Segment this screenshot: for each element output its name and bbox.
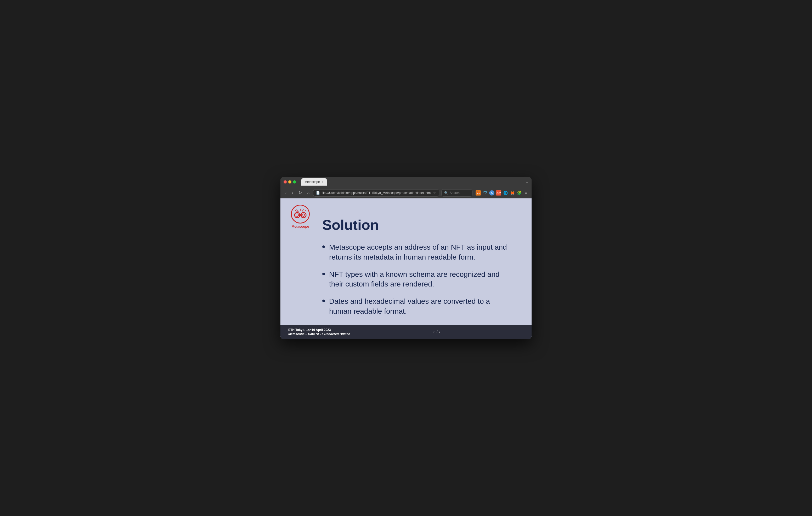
maximize-button[interactable]: [293, 180, 296, 183]
slide-content: Metascope Solution Metascope accepts an …: [281, 199, 531, 325]
footer-event: ETH Tokyo, 14~16 April 2023: [288, 328, 350, 332]
refresh-button[interactable]: ↻: [297, 189, 303, 196]
keystone-icon[interactable]: K: [489, 190, 494, 195]
tab-close-icon[interactable]: ×: [322, 181, 324, 183]
nav-bar: ‹ › ↻ ⌂ 📄 file:///Users/kitblake/apps/ha…: [281, 187, 531, 199]
slide-title: Solution: [322, 217, 511, 233]
bullet-dot-3: [322, 300, 325, 302]
home-button[interactable]: ⌂: [306, 189, 311, 196]
bullet-item-2: NFT types with a known schema are recogn…: [322, 270, 511, 290]
logo-svg: [293, 209, 308, 219]
address-bar[interactable]: 📄 file:///Users/kitblake/apps/hacks/ETHT…: [313, 189, 439, 196]
minimize-button[interactable]: [288, 180, 291, 183]
browser-window: Metascope × + ⌄ ‹ › ↻ ⌂ 📄 file:///Users/…: [281, 177, 531, 339]
active-tab[interactable]: Metascope ×: [301, 178, 327, 186]
new-tab-button[interactable]: +: [328, 180, 332, 184]
bullet-dot-2: [322, 273, 325, 275]
search-bar[interactable]: 🔍 Search: [441, 189, 472, 196]
search-placeholder: Search: [450, 191, 460, 195]
tab-bar: Metascope × +: [301, 178, 332, 186]
extensions-area: 🦊 🛡 K ABP 🌐 🦊 🧩 ≡: [475, 190, 528, 195]
traffic-lights: [284, 180, 296, 183]
menu-icon[interactable]: ≡: [523, 190, 528, 195]
logo-circle: [291, 205, 310, 223]
bullet-text-2: NFT types with a known schema are recogn…: [329, 270, 511, 290]
forward-button[interactable]: ›: [290, 189, 295, 196]
logo-label: Metascope: [291, 224, 309, 229]
address-url: file:///Users/kitblake/apps/hacks/ETHTok…: [321, 191, 431, 195]
svg-point-3: [302, 214, 305, 216]
close-button[interactable]: [284, 180, 287, 183]
lock-icon: 📄: [316, 191, 320, 195]
metamask-icon[interactable]: 🦊: [475, 190, 481, 195]
bullet-text-3: Dates and hexadecimal values are convert…: [329, 297, 511, 316]
logo-area: Metascope: [291, 205, 310, 229]
svg-point-1: [296, 214, 298, 216]
slide-container: Metascope Solution Metascope accepts an …: [281, 199, 531, 339]
bullet-item-1: Metascope accepts an address of an NFT a…: [322, 242, 511, 262]
bullet-text-1: Metascope accepts an address of an NFT a…: [329, 242, 511, 262]
firefox-icon[interactable]: 🦊: [510, 190, 515, 195]
bullet-dot-1: [322, 245, 325, 248]
tab-label: Metascope: [304, 180, 320, 184]
footer-subtitle: Metascope – Data NFTs Rendered Human: [288, 332, 350, 336]
search-icon: 🔍: [444, 191, 448, 195]
globe-icon[interactable]: 🌐: [503, 190, 508, 195]
title-bar-chevron: ⌄: [525, 180, 528, 184]
slide-main: Solution Metascope accepts an address of…: [301, 211, 511, 316]
shield-icon[interactable]: 🛡: [483, 190, 488, 195]
back-button[interactable]: ‹: [284, 189, 288, 196]
svg-rect-4: [299, 214, 302, 216]
extensions-icon[interactable]: 🧩: [516, 190, 522, 195]
bookmark-icon[interactable]: ☆: [433, 191, 436, 195]
adblock-icon[interactable]: ABP: [496, 190, 501, 195]
slide-footer: ETH Tokyo, 14~16 April 2023 Metascope – …: [281, 325, 531, 339]
title-bar: Metascope × + ⌄: [281, 177, 531, 187]
footer-left: ETH Tokyo, 14~16 April 2023 Metascope – …: [288, 328, 350, 336]
bullet-list: Metascope accepts an address of an NFT a…: [322, 242, 511, 316]
footer-page: 3 / 7: [433, 330, 440, 334]
bullet-item-3: Dates and hexadecimal values are convert…: [322, 297, 511, 316]
